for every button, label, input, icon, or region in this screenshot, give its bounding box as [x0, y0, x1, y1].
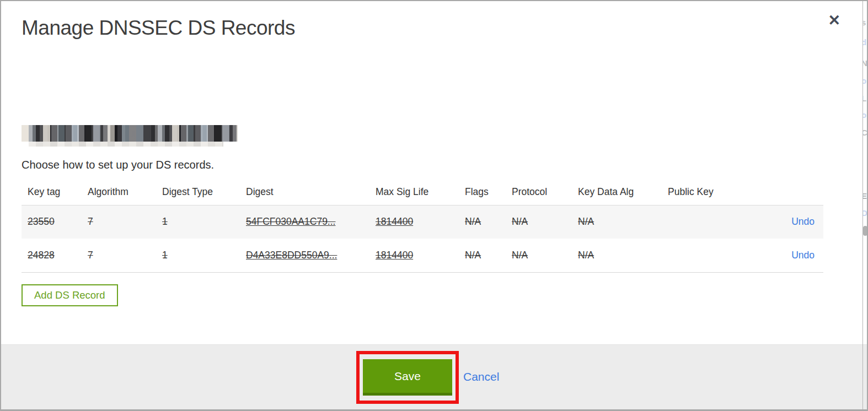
column-header-flags: Flags [465, 183, 512, 206]
column-header-digest-type: Digest Type [162, 183, 246, 206]
cell-protocol: N/A [512, 206, 578, 239]
cell-digest-type: 1 [162, 206, 246, 239]
cell-flags: N/A [465, 206, 512, 239]
edge-text-fragment: o [862, 110, 866, 120]
close-icon: ✕ [828, 12, 840, 29]
edge-text-fragment: o [862, 76, 866, 85]
cell-flags: N/A [465, 239, 512, 273]
dnssec-modal: Manage DNSSEC DS Records ✕ Choose how to… [0, 0, 868, 411]
cell-digest: D4A33E8DD550A9... [246, 239, 376, 273]
edge-text-fragment: s [862, 18, 866, 27]
edge-text-fragment: E [862, 191, 867, 201]
table-row: 23550 7 1 54FCF030AA1C79... 1814400 N/A … [22, 206, 823, 239]
cell-key-data-alg: N/A [578, 206, 668, 239]
add-ds-record-button[interactable]: Add DS Record [22, 284, 118, 306]
column-header-key-tag: Key tag [22, 183, 88, 206]
edge-text-fragment: D [862, 208, 867, 218]
cell-public-key [668, 206, 763, 239]
page-title: Manage DNSSEC DS Records [22, 17, 295, 40]
cell-digest-type: 1 [162, 239, 246, 273]
column-header-digest: Digest [246, 183, 376, 206]
ds-records-table: Key tag Algorithm Digest Type Digest Max… [22, 183, 823, 273]
cell-key-data-alg: N/A [578, 239, 668, 273]
domain-name-redacted [22, 125, 238, 142]
save-button[interactable]: Save [363, 359, 452, 396]
subtitle-text: Choose how to set up your DS records. [22, 159, 214, 171]
cell-key-tag: 24828 [22, 239, 88, 273]
cell-protocol: N/A [512, 239, 578, 273]
edge-text-fragment: L [862, 94, 866, 103]
cell-algorithm: 7 [88, 206, 162, 239]
undo-link[interactable]: Undo [791, 250, 815, 261]
annotation-highlight-box: Save [356, 351, 459, 404]
cell-max-sig-life: 1814400 [376, 206, 465, 239]
close-button[interactable]: ✕ [828, 13, 840, 28]
column-header-protocol: Protocol [512, 183, 578, 206]
cancel-link[interactable]: Cancel [463, 370, 499, 383]
cell-key-tag: 23550 [22, 206, 88, 239]
scrollbar-thumb[interactable] [863, 226, 867, 236]
column-header-key-data-alg: Key Data Alg [578, 183, 668, 206]
table-header-row: Key tag Algorithm Digest Type Digest Max… [22, 183, 823, 206]
undo-link[interactable]: Undo [791, 216, 815, 227]
column-header-actions [763, 183, 823, 206]
column-header-public-key: Public Key [668, 183, 763, 206]
modal-footer: Save Cancel [1, 344, 867, 409]
cell-max-sig-life: 1814400 [376, 239, 465, 273]
table-row: 24828 7 1 D4A33E8DD550A9... 1814400 N/A … [22, 239, 823, 273]
cell-public-key [668, 239, 763, 273]
cell-algorithm: 7 [88, 239, 162, 273]
edge-text-fragment: d [862, 37, 866, 47]
column-header-algorithm: Algorithm [88, 183, 162, 206]
cell-digest: 54FCF030AA1C79... [246, 206, 376, 239]
edge-text-fragment: N [862, 58, 867, 68]
column-header-max-sig-life: Max Sig Life [376, 183, 465, 206]
background-page-edge: s d N o L o C E D [862, 1, 867, 409]
edge-text-fragment: C [862, 128, 867, 137]
